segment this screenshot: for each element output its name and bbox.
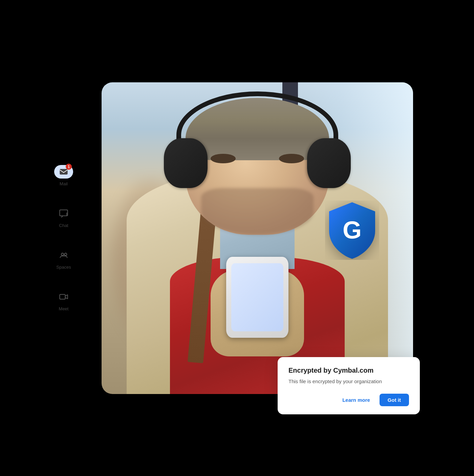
spaces-icon — [59, 250, 68, 260]
meet-icon-container — [54, 290, 73, 304]
svg-rect-1 — [60, 210, 67, 216]
sidebar-item-meet[interactable]: Meet — [54, 290, 73, 311]
svg-point-3 — [64, 253, 67, 255]
card-description: This file is encrypted by your organizat… — [288, 378, 409, 386]
encryption-card: Encrypted by Cymbal.com This file is enc… — [278, 357, 420, 414]
spaces-icon-container — [54, 248, 73, 262]
meet-icon — [59, 292, 68, 302]
sidebar-item-chat[interactable]: Chat — [54, 207, 73, 228]
spaces-label: Spaces — [56, 265, 71, 270]
learn-more-button[interactable]: Learn more — [337, 394, 375, 406]
svg-rect-0 — [60, 169, 67, 174]
mail-badge: 1 — [66, 164, 72, 170]
svg-rect-4 — [60, 294, 65, 299]
got-it-button[interactable]: Got it — [380, 394, 409, 406]
sidebar-item-mail[interactable]: 1 Mail — [54, 165, 73, 186]
mail-icon-container: 1 — [54, 165, 73, 179]
svg-point-2 — [61, 253, 64, 255]
card-title: Encrypted by Cymbal.com — [288, 367, 409, 374]
mail-label: Mail — [60, 181, 68, 186]
chat-icon — [59, 209, 68, 218]
google-shield: G — [325, 201, 379, 260]
sidebar: 1 Mail Chat Spaces — [51, 158, 77, 318]
chat-icon-container — [54, 207, 73, 220]
shield-svg: G — [325, 201, 379, 260]
sidebar-item-spaces[interactable]: Spaces — [54, 248, 73, 270]
meet-label: Meet — [59, 306, 69, 311]
photo-area: G — [102, 82, 413, 394]
svg-text:G: G — [343, 216, 362, 244]
main-container: 1 Mail Chat Spaces — [51, 52, 423, 425]
card-actions: Learn more Got it — [288, 394, 409, 406]
chat-label: Chat — [59, 223, 68, 228]
